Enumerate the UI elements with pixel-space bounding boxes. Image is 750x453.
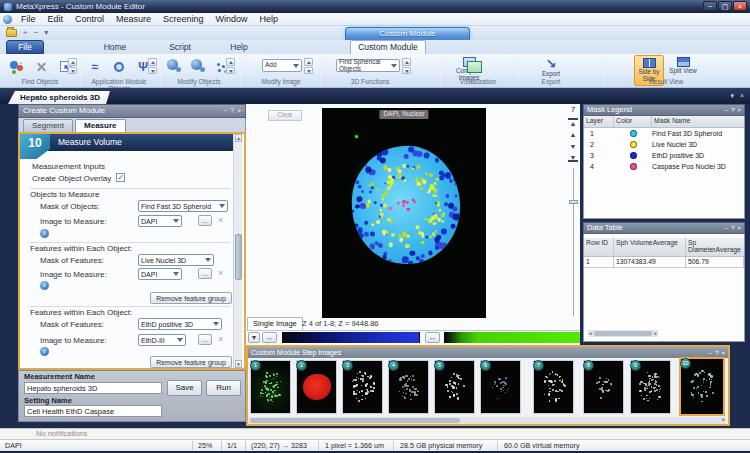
feature2-image-select[interactable]: EthD-III [138, 334, 186, 346]
setting-name-input[interactable] [24, 405, 162, 417]
mask-legend-header[interactable]: Mask Legend − ? × [583, 104, 745, 116]
panel-close-icon[interactable]: × [237, 108, 241, 115]
data-table-minimize-icon[interactable]: − [725, 225, 729, 231]
step-thumbnail-7[interactable]: 7 [533, 360, 574, 414]
green-lut-strip[interactable] [444, 332, 580, 343]
tab-help[interactable]: Help [218, 40, 260, 54]
remove-feature-group-button-1[interactable]: Remove feature group [150, 292, 232, 304]
step-images-close-icon[interactable]: × [721, 350, 725, 356]
tab-home[interactable]: Home [90, 40, 140, 54]
menu-screening[interactable]: Screening [157, 13, 210, 26]
tab-script[interactable]: Script [155, 40, 205, 54]
legend-help-icon[interactable]: ? [731, 107, 734, 113]
objects-info-icon[interactable]: i [40, 229, 49, 238]
play-button[interactable]: ▼ [248, 332, 260, 343]
feature1-browse-button[interactable]: ... [198, 268, 212, 279]
find-objects-icon[interactable] [6, 56, 28, 77]
feature2-browse-button[interactable]: ... [198, 334, 212, 345]
panel-help-icon[interactable]: ? [231, 108, 235, 115]
feature1-mask-select[interactable]: Live Nuclei 3D [138, 254, 214, 266]
measurement-name-input[interactable] [24, 382, 162, 394]
menu-file[interactable]: File [15, 13, 42, 26]
legend-row[interactable]: 4 Caspase Pos Nuclei 3D [584, 161, 744, 172]
legend-row[interactable]: 2 Live Nuclei 3D [584, 139, 744, 150]
feature2-mask-select[interactable]: EthD positive 3D [138, 318, 222, 330]
tab-custom-module[interactable]: Custom Module [350, 40, 426, 54]
data-table-help-icon[interactable]: ? [731, 225, 734, 231]
open-folder-icon[interactable] [6, 29, 17, 37]
objects-image-select[interactable]: DAPI [138, 215, 182, 227]
data-table-header[interactable]: Data Table − ? × [583, 222, 745, 234]
scroll-right-icon[interactable]: ▸ [722, 417, 725, 422]
step-thumbnail-10-selected[interactable]: 10 [679, 357, 725, 416]
add-icon[interactable]: + [23, 29, 28, 37]
3d-functions-dropdown[interactable]: Find Spherical Objects [336, 59, 400, 72]
data-table-row[interactable]: 1 13074383.49 506.79 [584, 257, 744, 268]
legend-row[interactable]: 1 Find Fast 3D Spheroid [584, 128, 744, 139]
find-objects-spinner[interactable] [68, 58, 77, 74]
split-objects-icon[interactable] [30, 56, 52, 77]
data-table-close-icon[interactable]: × [737, 225, 741, 231]
3d-functions-spinner[interactable] [402, 58, 411, 74]
step-thumbnail-1[interactable]: 1 [250, 360, 291, 414]
step-thumbnail-5[interactable]: 5 [434, 360, 475, 414]
create-overlay-checkbox[interactable]: ✓ [116, 173, 125, 182]
thumbnails-scrollbar[interactable]: ▸ [248, 417, 726, 424]
minimize-button[interactable]: − [703, 1, 717, 11]
menu-help[interactable]: Help [254, 13, 285, 26]
spheroid-image[interactable]: DAPI, Nuclear [322, 108, 486, 318]
run-button[interactable]: Run [206, 380, 241, 396]
feature1-remove-icon[interactable]: × [218, 269, 223, 278]
app-module-spinner[interactable] [148, 58, 157, 74]
step-images-minimize-icon[interactable]: − [709, 350, 713, 356]
step-thumbnail-9[interactable]: 9 [630, 360, 671, 414]
data-table-scrollbar[interactable]: ◂ ▸ [588, 330, 658, 337]
feature1-info-icon[interactable]: i [40, 281, 49, 290]
shrink-objects-icon[interactable] [188, 56, 210, 77]
z-up-icon[interactable]: ▲ [568, 130, 578, 139]
app-module-wave-icon[interactable]: ≈ [84, 56, 106, 77]
legend-minimize-icon[interactable]: − [725, 107, 729, 113]
doc-dropdown-icon[interactable]: ▾ [730, 92, 734, 99]
maximize-button[interactable]: ▢ [718, 1, 732, 11]
menu-edit[interactable]: Edit [42, 13, 70, 26]
toolbar-dropdown-icon[interactable]: ▾ [44, 29, 48, 37]
feature1-image-select[interactable]: DAPI [138, 268, 182, 280]
single-image-tab[interactable]: Single Image [247, 317, 303, 330]
z-down-icon[interactable]: ▼ [568, 142, 578, 151]
feature2-remove-icon[interactable]: × [218, 335, 223, 344]
step-header[interactable] [20, 134, 241, 151]
objects-image-browse-button[interactable]: ... [198, 215, 212, 226]
modify-image-dropdown[interactable]: Add [262, 59, 302, 72]
scrollbar-thumb[interactable] [235, 234, 242, 280]
step-thumbnail-3[interactable]: 3 [342, 360, 383, 414]
z-slider-thumb[interactable] [569, 200, 578, 204]
step-thumbnail-2[interactable]: 2 [296, 360, 337, 414]
blue-lut-strip[interactable] [282, 332, 420, 343]
objects-image-remove-icon[interactable]: × [218, 216, 223, 225]
menu-measure[interactable]: Measure [110, 13, 157, 26]
tab-segment[interactable]: Segment [23, 119, 73, 132]
modify-image-spinner[interactable] [304, 58, 313, 74]
z-slider-track[interactable] [573, 168, 574, 316]
grow-objects-icon[interactable] [164, 56, 186, 77]
doc-close-icon[interactable]: × [740, 92, 744, 99]
feature2-info-icon[interactable]: i [40, 347, 49, 356]
tab-file[interactable]: File [6, 40, 44, 54]
legend-close-icon[interactable]: × [737, 107, 741, 113]
form-scrollbar[interactable]: ▲ ▼ [233, 134, 242, 368]
panel-minimize-icon[interactable]: − [224, 108, 228, 115]
step-images-help-icon[interactable]: ? [715, 350, 718, 356]
modify-objects-spinner[interactable] [226, 58, 235, 74]
save-button[interactable]: Save [167, 380, 202, 396]
z-last-icon[interactable]: ▼ [568, 154, 578, 162]
document-tab-hepato-spheroids[interactable]: Hepato spheroids 3D [8, 91, 110, 104]
step-thumbnail-8[interactable]: 8 [583, 360, 624, 414]
z-first-icon[interactable]: ▲ [568, 118, 578, 126]
scroll-down-icon[interactable]: ▼ [235, 360, 242, 368]
step-images-header[interactable]: Custom Module Step Images − ? × [248, 347, 728, 358]
clear-button[interactable]: Clear [268, 110, 302, 121]
create-custom-module-header[interactable]: Create Custom Module − ? × [18, 104, 246, 118]
scale-range-button-1[interactable]: ↔ [262, 332, 277, 343]
step-thumbnail-6[interactable]: 6 [480, 360, 521, 414]
